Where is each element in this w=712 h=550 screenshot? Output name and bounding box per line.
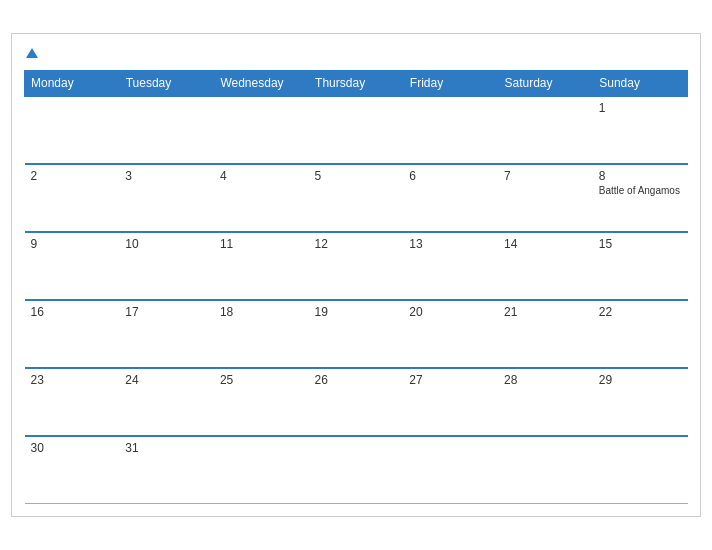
day-number: 23 (31, 373, 114, 387)
week-row-1: 1 (25, 96, 688, 164)
weekday-header-friday: Friday (403, 70, 498, 96)
week-row-5: 23242526272829 (25, 368, 688, 436)
day-number: 14 (504, 237, 587, 251)
calendar-cell (403, 436, 498, 504)
calendar-cell: 6 (403, 164, 498, 232)
calendar-cell: 16 (25, 300, 120, 368)
day-number: 22 (599, 305, 682, 319)
calendar-cell: 5 (309, 164, 404, 232)
calendar-cell: 27 (403, 368, 498, 436)
calendar-cell: 23 (25, 368, 120, 436)
calendar-cell (119, 96, 214, 164)
calendar-cell: 13 (403, 232, 498, 300)
calendar-cell: 1 (593, 96, 688, 164)
calendar-cell: 17 (119, 300, 214, 368)
day-number: 10 (125, 237, 208, 251)
calendar-cell: 8Battle of Angamos (593, 164, 688, 232)
calendar-cell: 9 (25, 232, 120, 300)
week-row-3: 9101112131415 (25, 232, 688, 300)
logo-triangle-icon (26, 48, 38, 58)
day-number: 2 (31, 169, 114, 183)
calendar-cell (498, 96, 593, 164)
calendar-cell (25, 96, 120, 164)
day-number: 18 (220, 305, 303, 319)
day-number: 25 (220, 373, 303, 387)
day-number: 15 (599, 237, 682, 251)
calendar-cell: 18 (214, 300, 309, 368)
calendar-cell: 31 (119, 436, 214, 504)
day-event: Battle of Angamos (599, 185, 682, 196)
day-number: 16 (31, 305, 114, 319)
week-row-4: 16171819202122 (25, 300, 688, 368)
day-number: 8 (599, 169, 682, 183)
day-number: 12 (315, 237, 398, 251)
calendar-cell: 4 (214, 164, 309, 232)
day-number: 4 (220, 169, 303, 183)
day-number: 19 (315, 305, 398, 319)
calendar-cell: 2 (25, 164, 120, 232)
calendar-cell: 24 (119, 368, 214, 436)
calendar-cell (309, 96, 404, 164)
day-number: 13 (409, 237, 492, 251)
weekday-header-tuesday: Tuesday (119, 70, 214, 96)
calendar-table: MondayTuesdayWednesdayThursdayFridaySatu… (24, 70, 688, 505)
calendar-cell: 20 (403, 300, 498, 368)
logo (24, 48, 38, 58)
calendar-cell (593, 436, 688, 504)
day-number: 24 (125, 373, 208, 387)
calendar-cell: 25 (214, 368, 309, 436)
calendar-cell: 3 (119, 164, 214, 232)
day-number: 20 (409, 305, 492, 319)
calendar-cell: 10 (119, 232, 214, 300)
week-row-6: 3031 (25, 436, 688, 504)
day-number: 27 (409, 373, 492, 387)
day-number: 29 (599, 373, 682, 387)
calendar-cell: 30 (25, 436, 120, 504)
weekday-header-sunday: Sunday (593, 70, 688, 96)
day-number: 31 (125, 441, 208, 455)
day-number: 17 (125, 305, 208, 319)
weekday-header-thursday: Thursday (309, 70, 404, 96)
week-row-2: 2345678Battle of Angamos (25, 164, 688, 232)
day-number: 26 (315, 373, 398, 387)
calendar-cell: 28 (498, 368, 593, 436)
weekday-header-row: MondayTuesdayWednesdayThursdayFridaySatu… (25, 70, 688, 96)
weekday-header-monday: Monday (25, 70, 120, 96)
calendar-cell: 22 (593, 300, 688, 368)
day-number: 3 (125, 169, 208, 183)
day-number: 7 (504, 169, 587, 183)
day-number: 28 (504, 373, 587, 387)
weekday-header-saturday: Saturday (498, 70, 593, 96)
day-number: 9 (31, 237, 114, 251)
calendar-cell: 11 (214, 232, 309, 300)
calendar-cell: 21 (498, 300, 593, 368)
calendar-cell (214, 96, 309, 164)
day-number: 1 (599, 101, 682, 115)
calendar-cell: 14 (498, 232, 593, 300)
calendar-cell (309, 436, 404, 504)
calendar-cell (403, 96, 498, 164)
calendar-cell (214, 436, 309, 504)
calendar-cell (498, 436, 593, 504)
day-number: 30 (31, 441, 114, 455)
day-number: 6 (409, 169, 492, 183)
calendar-container: MondayTuesdayWednesdayThursdayFridaySatu… (11, 33, 701, 518)
day-number: 11 (220, 237, 303, 251)
calendar-cell: 15 (593, 232, 688, 300)
calendar-cell: 7 (498, 164, 593, 232)
calendar-header (24, 44, 688, 62)
calendar-cell: 12 (309, 232, 404, 300)
calendar-cell: 19 (309, 300, 404, 368)
calendar-cell: 26 (309, 368, 404, 436)
weekday-header-wednesday: Wednesday (214, 70, 309, 96)
day-number: 21 (504, 305, 587, 319)
calendar-cell: 29 (593, 368, 688, 436)
day-number: 5 (315, 169, 398, 183)
